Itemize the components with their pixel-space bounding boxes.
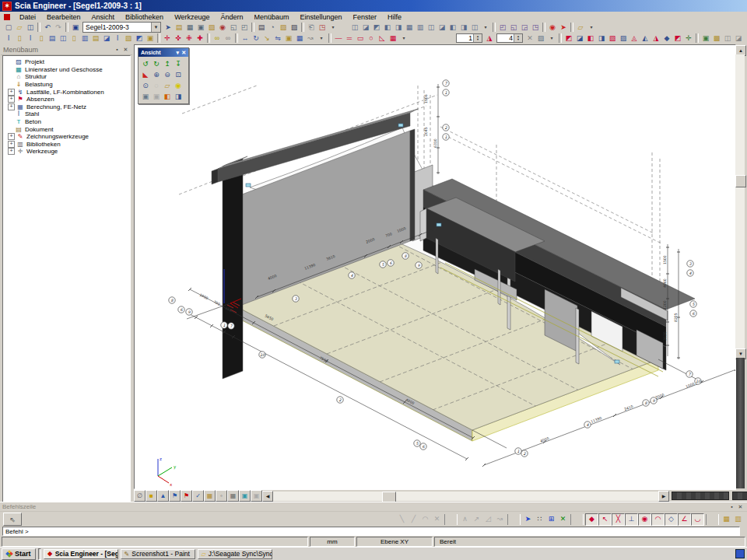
expand-icon[interactable] [8, 59, 13, 65]
mirror-button[interactable]: ⇋ [272, 33, 283, 44]
new-project-button[interactable]: ▢ [3, 23, 14, 33]
rotate-view-free-button[interactable]: ↺ [140, 58, 151, 69]
snap-endpoint-button[interactable]: ↖ [598, 513, 612, 526]
draw-triangle-button[interactable]: ◺ [377, 33, 388, 44]
section-button[interactable]: ▩ [711, 33, 722, 44]
tree-item-belastung[interactable]: ⇓ Belastung [3, 81, 130, 89]
rotate-view-left-button[interactable]: ↻ [151, 58, 162, 69]
view-axis-button[interactable]: ◣ [140, 69, 151, 80]
print-preview-button[interactable]: ◔ [267, 23, 278, 33]
vscroll-track[interactable] [735, 54, 745, 348]
select-filter-button[interactable]: ✛ [683, 33, 694, 44]
project-combo[interactable]: Segel1-2009-3 ▼ [82, 22, 161, 33]
show-grid-button[interactable]: ▦ [227, 490, 239, 502]
copy-multi-button[interactable]: ▣ [283, 33, 294, 44]
menu-ansicht[interactable]: Ansicht [87, 12, 120, 22]
cursor-mode-button[interactable]: ⇖ [3, 513, 22, 526]
expand-icon[interactable] [8, 111, 13, 117]
snap-settings-button[interactable]: ▥ [732, 514, 744, 525]
show-member-labels-button[interactable]: ✓ [192, 490, 204, 502]
snap-center-button[interactable]: ◉ [638, 513, 651, 526]
view-window-12-button[interactable]: ◫ [469, 23, 480, 33]
show-supports-button[interactable]: ▲ [157, 490, 169, 502]
tree-item-lastfaelle[interactable]: + ↯ Lastfälle, LF-Kombinationen [3, 88, 130, 96]
member-1d-button[interactable]: Ⅰ [3, 33, 14, 44]
project-window-button[interactable]: ▣ [70, 23, 81, 33]
plate-button[interactable]: ▤ [47, 33, 58, 44]
draw-grid-button[interactable]: ▦ [388, 33, 398, 44]
select-polygon-button[interactable]: ◪ [574, 33, 585, 44]
mesh-size-button[interactable]: ✕ [524, 33, 535, 44]
tree-item-werkzeuge[interactable]: + ✛ Werkzeuge [3, 148, 130, 156]
spinner-arrows-icon[interactable]: ▲▼ [473, 34, 482, 42]
close-icon[interactable]: ✕ [181, 50, 186, 56]
hscroll-thumb[interactable] [382, 492, 396, 502]
expand-icon[interactable] [8, 74, 13, 79]
task-paint[interactable]: ✎ Screenshot1 - Paint [121, 549, 195, 559]
zoom-window-button[interactable]: ⊡ [173, 69, 184, 80]
picture-manager-button[interactable]: ▣ [251, 490, 262, 502]
pick-polyline-tool[interactable]: ╱ [408, 514, 419, 525]
select-none-button[interactable]: ◬ [629, 33, 640, 44]
render-window-button[interactable]: ▦ [184, 23, 195, 33]
view-window-3-button[interactable]: ◩ [371, 23, 382, 33]
scale-loads-button[interactable]: ◮ [484, 33, 495, 44]
modify-trim-button[interactable]: ✚ [195, 33, 205, 44]
connect-members-button[interactable]: ∞ [212, 33, 223, 44]
subregion-button[interactable]: ▥ [79, 33, 90, 44]
view-settings-button[interactable]: ◧ [162, 91, 173, 102]
cursor-snap-button[interactable]: ➤ [522, 514, 534, 525]
print-data-button[interactable]: ▤ [256, 23, 267, 33]
haunch-button[interactable]: ◪ [101, 33, 112, 44]
view-window-8-button[interactable]: ◫ [426, 23, 437, 33]
redo-button[interactable]: ↷ [53, 23, 64, 33]
select-workplane-button[interactable]: ◩ [672, 33, 683, 44]
view-window-1-button[interactable]: ◫ [349, 23, 360, 33]
select-previous-button[interactable]: ▧ [607, 33, 618, 44]
catalog-block-button[interactable]: ▣ [145, 33, 156, 44]
edit-curve-tool[interactable]: ◿ [482, 514, 494, 525]
mesh-refine-button[interactable]: ▨ [535, 33, 546, 44]
snap-percent-button[interactable]: ◇ [665, 513, 678, 526]
scroll-right-icon[interactable]: ▶ [658, 491, 669, 502]
image-gallery-button[interactable]: ▧ [278, 23, 289, 33]
hscroll-track[interactable] [273, 492, 658, 501]
ucs-button[interactable]: ◉ [217, 23, 228, 33]
draw-line-button[interactable]: — [333, 33, 344, 44]
snap-midpoint-button[interactable]: ◆ [585, 513, 598, 526]
select-by-property-button[interactable]: ◮ [651, 33, 661, 44]
mesh-overflow[interactable]: ▾ [546, 33, 557, 44]
solid-render-button[interactable]: ■ [146, 490, 157, 502]
redraw-button[interactable]: ◉ [547, 23, 558, 33]
select-invert-button[interactable]: ◭ [640, 33, 651, 44]
expand-icon[interactable]: + [8, 148, 15, 155]
tree-item-dokument[interactable]: ▤ Dokument [3, 125, 130, 133]
snap-orthogonal-button[interactable]: ⊥ [625, 513, 638, 526]
send-picture-button[interactable]: ◳ [317, 23, 328, 33]
menu-werkzeuge[interactable]: Werkzeuge [170, 12, 214, 22]
expand-icon[interactable] [8, 127, 13, 132]
modify-join-button[interactable]: ✙ [184, 33, 195, 44]
tree-item-projekt[interactable]: ▨ Projekt [3, 58, 130, 66]
shell-button[interactable]: ◫ [58, 33, 68, 44]
shrink-button[interactable]: ◪ [733, 33, 744, 44]
show-mesh-button[interactable]: ▦ [204, 490, 216, 502]
toolbar1-overflow[interactable]: ▾ [328, 23, 338, 33]
spinner-arrows-icon[interactable]: ▲▼ [514, 34, 522, 42]
edit-vertex-tool[interactable]: ∧ [459, 514, 471, 525]
named-view-button[interactable]: ◰ [239, 23, 250, 33]
rotate-view-up-button[interactable]: ↥ [162, 58, 173, 69]
select-overflow[interactable]: ▾ [744, 33, 747, 44]
wire-render-button[interactable]: ∅ [134, 490, 146, 502]
zoom-previous-button[interactable]: ◌ [151, 80, 162, 91]
model-3d-view[interactable]: 4000113903610200070010004000113902410200… [135, 45, 735, 488]
menu-hilfe[interactable]: Hilfe [383, 12, 406, 22]
hide-selection-button[interactable]: ◫ [722, 33, 733, 44]
rotate-view-down-button[interactable]: ↧ [173, 58, 184, 69]
edit-move-tool[interactable]: ↗ [471, 514, 482, 525]
expand-icon[interactable]: + [8, 89, 15, 96]
view-window-11-button[interactable]: ◨ [458, 23, 469, 33]
draw-parallel-button[interactable]: ═ [344, 33, 355, 44]
menu-bearbeiten[interactable]: Bearbeiten [42, 12, 86, 22]
zoom-in-button[interactable]: ⊕ [151, 69, 162, 80]
